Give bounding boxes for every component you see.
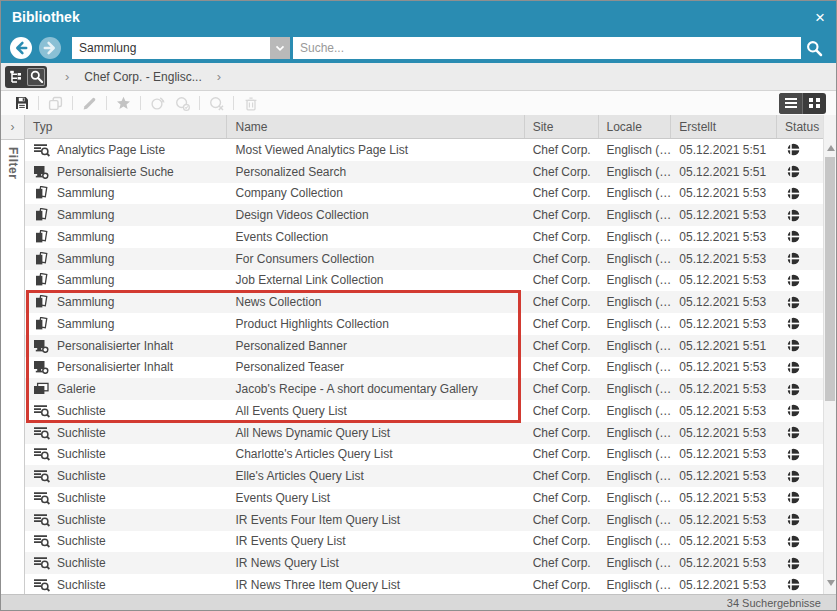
table-row[interactable]: SammlungProduct Highlights CollectionChe…: [25, 313, 823, 335]
table-row[interactable]: Analytics Page ListeMost Viewed Analytic…: [25, 139, 823, 161]
table-row[interactable]: SammlungDesign Videos CollectionChef Cor…: [25, 204, 823, 226]
table-row[interactable]: SammlungJob External Link CollectionChef…: [25, 270, 823, 292]
table-row[interactable]: SuchlisteIR News Query ListChef Corp.Eng…: [25, 552, 823, 574]
approve-icon[interactable]: [174, 95, 191, 112]
status-icon: [777, 296, 823, 309]
cell-created: 05.12.2021 5:53: [671, 186, 777, 200]
action-toolbar: [1, 91, 836, 115]
column-header-typ[interactable]: Typ: [25, 115, 227, 138]
cell-typ: Sammlung: [25, 208, 227, 222]
save-icon[interactable]: [13, 95, 30, 112]
table-row[interactable]: SuchlisteIR Events Four Item Query ListC…: [25, 509, 823, 531]
window-title: Bibliothek: [12, 9, 80, 25]
table-row[interactable]: GalerieJacob's Recipe - A short document…: [25, 378, 823, 400]
results-table: TypNameSiteLocaleErstelltStatus Analytic…: [25, 115, 823, 594]
cell-name: Events Collection: [227, 230, 524, 244]
search-list-icon: [33, 534, 51, 548]
status-icon: [777, 165, 823, 178]
cell-typ: Suchliste: [25, 578, 227, 592]
table-row[interactable]: SuchlisteIR Events Query ListChef Corp.E…: [25, 531, 823, 553]
cell-site: Chef Corp.: [525, 186, 599, 200]
type-label: Sammlung: [57, 295, 114, 309]
filter-panel-label[interactable]: Filter: [6, 147, 20, 179]
table-row[interactable]: SuchlisteAll Events Query ListChef Corp.…: [25, 400, 823, 422]
search-icon[interactable]: [801, 37, 827, 59]
cell-name: Personalized Banner: [227, 339, 524, 353]
table-row[interactable]: SuchlisteCharlotte's Articles Query List…: [25, 444, 823, 466]
cell-created: 05.12.2021 5:51: [671, 165, 777, 179]
table-row[interactable]: SuchlisteAll News Dynamic Query ListChef…: [25, 422, 823, 444]
view-toggle: [779, 93, 826, 114]
cell-typ: Sammlung: [25, 273, 227, 287]
toolbar-separator: [106, 96, 107, 110]
table-row[interactable]: SammlungFor Consumers CollectionChef Cor…: [25, 248, 823, 270]
cell-created: 05.12.2021 5:53: [671, 252, 777, 266]
search-input-wrap: [293, 37, 801, 59]
toolbar-separator: [199, 96, 200, 110]
chevron-down-icon[interactable]: [270, 37, 290, 59]
list-view-icon[interactable]: [779, 93, 802, 114]
search-mode-icon[interactable]: [27, 68, 45, 86]
cell-created: 05.12.2021 5:53: [671, 273, 777, 287]
scroll-down-icon[interactable]: [827, 580, 835, 586]
type-label: Galerie: [57, 382, 96, 396]
favorite-icon[interactable]: [115, 95, 132, 112]
cell-locale: Englisch (…: [599, 534, 672, 548]
column-header-site[interactable]: Site: [525, 115, 599, 138]
copy-icon[interactable]: [47, 95, 64, 112]
table-row[interactable]: SammlungEvents CollectionChef Corp.Engli…: [25, 226, 823, 248]
close-icon[interactable]: ×: [815, 9, 825, 26]
remove-localization-icon[interactable]: [208, 95, 225, 112]
table-row[interactable]: Personalisierte SuchePersonalized Search…: [25, 161, 823, 183]
table-row[interactable]: SammlungCompany CollectionChef Corp.Engl…: [25, 183, 823, 205]
edit-icon[interactable]: [81, 95, 98, 112]
scroll-up-icon[interactable]: [827, 145, 835, 151]
cell-locale: Englisch (…: [599, 382, 672, 396]
cell-typ: Personalisierte Suche: [25, 165, 227, 179]
type-filter-input[interactable]: [72, 37, 270, 59]
toolbar-separator: [38, 96, 39, 110]
cell-typ: Personalisierter Inhalt: [25, 339, 227, 353]
cell-name: Most Viewed Analytics Page List: [227, 143, 524, 157]
table-row[interactable]: SuchlisteEvents Query ListChef Corp.Engl…: [25, 487, 823, 509]
cell-typ: Sammlung: [25, 252, 227, 266]
back-button[interactable]: [10, 37, 32, 59]
filter-panel: › Filter: [1, 115, 25, 594]
column-header-name[interactable]: Name: [227, 115, 524, 138]
column-header-erstellt[interactable]: Erstellt: [671, 115, 777, 138]
status-icon: [777, 187, 823, 200]
delete-icon[interactable]: [242, 95, 259, 112]
cell-created: 05.12.2021 5:51: [671, 339, 777, 353]
cell-typ: Suchliste: [25, 447, 227, 461]
cell-site: Chef Corp.: [525, 556, 599, 570]
withdraw-icon[interactable]: [149, 95, 166, 112]
table-row[interactable]: Personalisierter InhaltPersonalized Bann…: [25, 335, 823, 357]
breadcrumb[interactable]: Chef Corp. - Englisc...: [84, 70, 201, 84]
breadcrumb-separator[interactable]: ›: [217, 69, 221, 84]
column-header-status[interactable]: Status: [777, 115, 823, 138]
cell-typ: Suchliste: [25, 469, 227, 483]
vertical-scrollbar[interactable]: [823, 115, 836, 594]
table-row[interactable]: SuchlisteIR News Three Item Query ListCh…: [25, 574, 823, 594]
type-filter-dropdown[interactable]: [72, 37, 290, 59]
column-header-locale[interactable]: Locale: [599, 115, 672, 138]
cell-name: Job External Link Collection: [227, 273, 524, 287]
cell-locale: Englisch (…: [599, 252, 672, 266]
table-row[interactable]: Personalisierter InhaltPersonalized Teas…: [25, 357, 823, 379]
scrollbar-thumb[interactable]: [825, 157, 835, 401]
table-row[interactable]: SammlungNews CollectionChef Corp.Englisc…: [25, 291, 823, 313]
cell-site: Chef Corp.: [525, 447, 599, 461]
cell-site: Chef Corp.: [525, 143, 599, 157]
filter-expander-button[interactable]: ›: [1, 115, 24, 140]
search-input[interactable]: [293, 37, 801, 59]
cell-name: Company Collection: [227, 186, 524, 200]
cell-site: Chef Corp.: [525, 208, 599, 222]
tree-view-icon[interactable]: [7, 68, 25, 86]
cell-site: Chef Corp.: [525, 426, 599, 440]
table-row[interactable]: SuchlisteElle's Articles Query ListChef …: [25, 465, 823, 487]
cell-site: Chef Corp.: [525, 230, 599, 244]
cell-typ: Personalisierter Inhalt: [25, 360, 227, 374]
cell-name: All News Dynamic Query List: [227, 426, 524, 440]
cell-created: 05.12.2021 5:53: [671, 382, 777, 396]
thumbnail-view-icon[interactable]: [802, 93, 826, 114]
